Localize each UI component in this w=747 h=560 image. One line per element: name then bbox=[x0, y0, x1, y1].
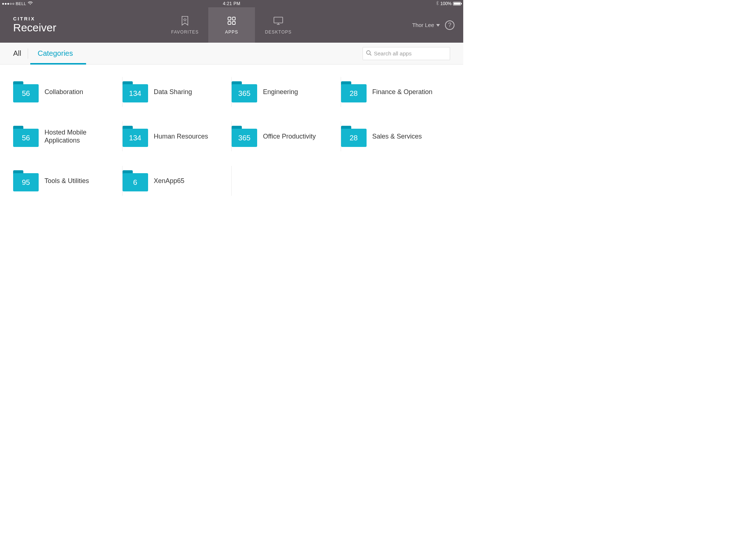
svg-rect-2 bbox=[232, 17, 235, 20]
category-grid: 56 Collaboration 134 Data Sharing 365 En… bbox=[0, 65, 463, 208]
bookmark-star-icon bbox=[181, 16, 189, 26]
category-count: 6 bbox=[123, 173, 148, 191]
svg-point-0 bbox=[30, 4, 31, 5]
brand-line2: Receiver bbox=[13, 22, 56, 34]
svg-rect-5 bbox=[274, 17, 283, 23]
folder-icon: 365 bbox=[232, 126, 257, 147]
category-item[interactable]: 6 XenApp65 bbox=[123, 169, 232, 193]
tab-label: APPS bbox=[225, 30, 238, 35]
category-item[interactable]: 56 Hosted Mobile Applications bbox=[13, 124, 123, 148]
category-label: Hosted Mobile Applications bbox=[44, 128, 110, 145]
help-button[interactable]: ? bbox=[445, 20, 454, 30]
tab-label: DESKTOPS bbox=[265, 30, 291, 35]
category-count: 134 bbox=[123, 84, 148, 102]
category-label: XenApp65 bbox=[154, 177, 185, 185]
svg-rect-4 bbox=[232, 22, 235, 24]
folder-icon: 134 bbox=[123, 126, 148, 147]
category-item[interactable]: 95 Tools & Utilities bbox=[13, 169, 123, 193]
folder-icon: 56 bbox=[13, 81, 39, 102]
battery-icon bbox=[453, 2, 461, 5]
svg-point-6 bbox=[367, 51, 370, 54]
category-item[interactable]: 365 Office Productivity bbox=[232, 124, 341, 148]
apps-grid-icon bbox=[227, 16, 236, 26]
status-right: 100% bbox=[436, 1, 461, 7]
category-count: 28 bbox=[341, 129, 367, 147]
search-input[interactable] bbox=[374, 50, 447, 57]
question-icon: ? bbox=[448, 22, 452, 28]
subtab-all[interactable]: All bbox=[13, 43, 28, 64]
signal-dots-icon bbox=[2, 3, 14, 5]
status-left: BELL bbox=[2, 1, 33, 6]
category-label: Collaboration bbox=[44, 88, 83, 96]
folder-icon: 365 bbox=[232, 81, 257, 102]
category-item[interactable]: 28 Finance & Operation bbox=[341, 80, 450, 104]
category-label: Human Resources bbox=[154, 132, 208, 141]
category-count: 134 bbox=[123, 129, 148, 147]
folder-icon: 95 bbox=[13, 170, 39, 191]
tab-desktops[interactable]: DESKTOPS bbox=[255, 7, 302, 43]
category-item[interactable]: 365 Engineering bbox=[232, 80, 341, 104]
category-label: Finance & Operation bbox=[372, 88, 433, 96]
category-count: 56 bbox=[13, 129, 39, 147]
subtab-separator bbox=[28, 48, 28, 59]
tab-label: FAVORITES bbox=[171, 30, 198, 35]
search-icon bbox=[366, 50, 372, 57]
category-item[interactable]: 134 Data Sharing bbox=[123, 80, 232, 104]
header-right: Thor Lee ? bbox=[412, 7, 463, 43]
category-count: 28 bbox=[341, 84, 367, 102]
monitor-icon bbox=[273, 16, 284, 26]
battery-percentage: 100% bbox=[440, 1, 452, 6]
folder-icon: 6 bbox=[123, 170, 148, 191]
sub-nav: All Categories bbox=[0, 43, 463, 65]
folder-icon: 56 bbox=[13, 126, 39, 147]
brand-line1: CITRIX bbox=[13, 16, 56, 22]
svg-rect-1 bbox=[228, 17, 231, 20]
folder-icon: 28 bbox=[341, 126, 367, 147]
user-name: Thor Lee bbox=[412, 22, 434, 28]
ios-status-bar: BELL 4:21 PM 100% bbox=[0, 0, 463, 7]
category-count: 95 bbox=[13, 173, 39, 191]
category-label: Tools & Utilities bbox=[44, 177, 89, 185]
carrier-label: BELL bbox=[16, 1, 26, 6]
header-tabs: FAVORITES APPS DESKTOPS bbox=[162, 7, 302, 43]
category-count: 56 bbox=[13, 84, 39, 102]
category-label: Engineering bbox=[263, 88, 298, 96]
brand: CITRIX Receiver bbox=[0, 7, 56, 43]
category-count: 365 bbox=[232, 129, 257, 147]
category-item[interactable]: 28 Sales & Services bbox=[341, 124, 450, 148]
chevron-down-icon bbox=[436, 22, 440, 28]
bluetooth-icon bbox=[436, 1, 439, 7]
category-item[interactable]: 134 Human Resources bbox=[123, 124, 232, 148]
tab-favorites[interactable]: FAVORITES bbox=[162, 7, 208, 43]
category-count: 365 bbox=[232, 84, 257, 102]
category-label: Data Sharing bbox=[154, 88, 192, 96]
wifi-icon bbox=[28, 1, 33, 6]
user-menu[interactable]: Thor Lee bbox=[412, 22, 440, 28]
svg-rect-3 bbox=[228, 22, 231, 24]
app-header: CITRIX Receiver FAVORITES APPS bbox=[0, 7, 463, 43]
folder-icon: 28 bbox=[341, 81, 367, 102]
category-label: Sales & Services bbox=[372, 132, 422, 141]
tab-apps[interactable]: APPS bbox=[208, 7, 255, 43]
category-item[interactable]: 56 Collaboration bbox=[13, 80, 123, 104]
subtab-categories[interactable]: Categories bbox=[30, 43, 82, 64]
folder-icon: 134 bbox=[123, 81, 148, 102]
category-label: Office Productivity bbox=[263, 132, 316, 141]
clock: 4:21 PM bbox=[223, 1, 240, 6]
search-box[interactable] bbox=[363, 47, 450, 60]
